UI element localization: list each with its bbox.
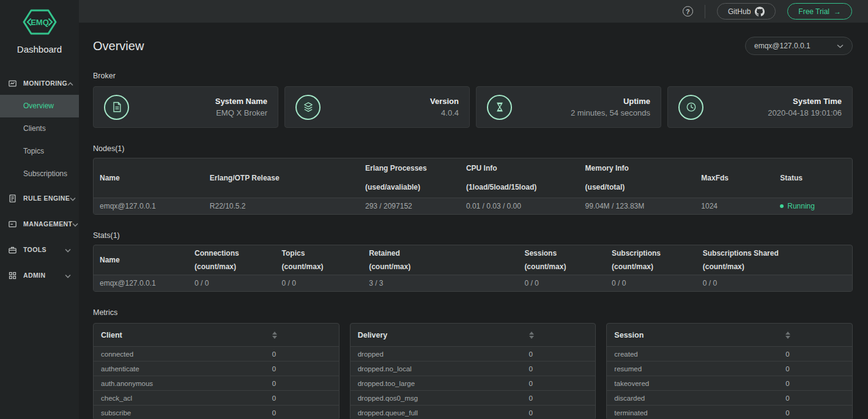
broker-card-system-name: System Name EMQ X Broker bbox=[93, 86, 278, 128]
app-root: EMQ Dashboard MONITORING Overview bbox=[0, 0, 868, 419]
metrics-client-header: Client bbox=[101, 331, 272, 339]
chevron-down-icon bbox=[65, 270, 71, 281]
metric-row: dropped.no_local0 bbox=[351, 361, 596, 376]
card-value: 4.0.4 bbox=[430, 107, 459, 119]
emq-logo-icon: EMQ bbox=[22, 8, 57, 36]
sidebar-group-tools[interactable]: TOOLS bbox=[0, 237, 79, 262]
help-icon[interactable]: ? bbox=[683, 6, 693, 17]
document-icon bbox=[104, 95, 129, 120]
metric-row: auth.anonymous0 bbox=[94, 376, 339, 390]
sidebar-group-label: ADMIN bbox=[23, 272, 65, 279]
main-content: Overview emqx@127.0.0.1 Broker bbox=[79, 23, 868, 419]
sort-icon[interactable] bbox=[529, 332, 534, 339]
sidebar-group-monitoring[interactable]: MONITORING bbox=[0, 72, 79, 95]
sidebar-group-management[interactable]: MANAGEMENT bbox=[0, 211, 79, 237]
free-trial-label: Free Trial bbox=[798, 7, 829, 16]
sidebar-item-clients[interactable]: Clients bbox=[0, 117, 79, 140]
svg-text:EMQ: EMQ bbox=[31, 18, 49, 27]
chevron-down-icon bbox=[837, 44, 844, 48]
sidebar-monitoring-items: Overview Clients Topics Subscriptions bbox=[0, 95, 79, 185]
nodes-col-memory: Memory Info(used/total) bbox=[579, 158, 696, 198]
nodes-table: Name Erlang/OTP Release Erlang Processes… bbox=[93, 158, 853, 215]
nodes-col-otp: Erlang/OTP Release bbox=[204, 158, 359, 198]
sidebar-item-subscriptions[interactable]: Subscriptions bbox=[0, 163, 79, 185]
broker-cards: System Name EMQ X Broker Version bbox=[93, 86, 853, 128]
card-title: Uptime bbox=[571, 96, 650, 107]
chevron-down-icon bbox=[72, 218, 78, 229]
node-select-value: emqx@127.0.0.1 bbox=[754, 42, 837, 50]
metric-row: created0 bbox=[607, 346, 852, 361]
stats-col-subscriptions: Subscriptions(count/max) bbox=[606, 245, 697, 275]
sidebar-group-rule-engine[interactable]: RULE ENGINE bbox=[0, 185, 79, 211]
metric-row: check_acl0 bbox=[94, 390, 339, 405]
hourglass-icon bbox=[487, 95, 512, 120]
metric-row: authenticate0 bbox=[94, 361, 339, 376]
page-title: Overview bbox=[93, 39, 144, 53]
nodes-section-label: Nodes(1) bbox=[93, 144, 853, 153]
sidebar: EMQ Dashboard MONITORING Overview bbox=[0, 0, 79, 419]
stats-table-row: emqx@127.0.0.1 0 / 0 0 / 0 3 / 3 0 / 0 0… bbox=[94, 275, 852, 291]
metric-row: dropped0 bbox=[351, 346, 596, 361]
sidebar-group-label: RULE ENGINE bbox=[23, 195, 70, 202]
topbar: ? GitHub Free Trial → bbox=[79, 0, 868, 23]
nodes-header-row: Name Erlang/OTP Release Erlang Processes… bbox=[94, 158, 852, 198]
clock-icon bbox=[678, 95, 703, 120]
sidebar-nav: MONITORING Overview Clients Topics Subsc… bbox=[0, 72, 79, 288]
grid-icon bbox=[8, 271, 17, 280]
metrics-tables: Client connected0 authenticate0 auth.ano… bbox=[93, 323, 853, 419]
stats-col-subscriptions-shared: Subscriptions Shared(count/max) bbox=[697, 245, 852, 275]
github-button[interactable]: GitHub bbox=[717, 3, 776, 20]
stats-topics-cell: 0 / 0 bbox=[276, 275, 363, 291]
broker-card-uptime: Uptime 2 minutes, 54 seconds bbox=[476, 86, 661, 128]
sidebar-item-overview[interactable]: Overview bbox=[0, 95, 79, 117]
node-cpu-cell: 0.01 / 0.03 / 0.00 bbox=[460, 198, 579, 214]
stats-table: Name Connections(count/max) Topics(count… bbox=[93, 245, 853, 292]
node-maxfds-cell: 1024 bbox=[695, 198, 774, 214]
nodes-col-status: Status bbox=[774, 158, 852, 198]
sidebar-item-topics[interactable]: Topics bbox=[0, 140, 79, 163]
metric-row: connected0 bbox=[94, 346, 339, 361]
stats-subscriptions-cell: 0 / 0 bbox=[606, 275, 697, 291]
stats-sessions-cell: 0 / 0 bbox=[518, 275, 606, 291]
card-value: EMQ X Broker bbox=[215, 107, 267, 119]
sort-icon[interactable] bbox=[272, 332, 277, 339]
stats-col-connections: Connections(count/max) bbox=[188, 245, 276, 275]
sidebar-group-label: MONITORING bbox=[23, 80, 67, 87]
stats-section-label: Stats(1) bbox=[93, 231, 853, 240]
document-lines-icon bbox=[8, 194, 17, 203]
metrics-session-header: Session bbox=[614, 331, 785, 339]
node-otp-cell: R22/10.5.2 bbox=[204, 198, 359, 214]
sort-icon[interactable] bbox=[785, 332, 790, 339]
card-title: Version bbox=[430, 96, 459, 107]
nodes-table-row: emqx@127.0.0.1 R22/10.5.2 293 / 2097152 … bbox=[94, 198, 852, 214]
node-status-cell: Running bbox=[774, 198, 852, 214]
chevron-down-icon bbox=[70, 193, 76, 204]
metrics-table-client: Client connected0 authenticate0 auth.ano… bbox=[93, 323, 339, 419]
topbar-divider bbox=[705, 5, 705, 18]
stats-header-row: Name Connections(count/max) Topics(count… bbox=[94, 245, 852, 275]
status-badge: Running bbox=[787, 202, 815, 210]
metric-row: terminated0 bbox=[607, 405, 852, 419]
stats-col-topics: Topics(count/max) bbox=[276, 245, 363, 275]
card-title: System Time bbox=[768, 96, 842, 107]
status-dot-icon bbox=[780, 204, 784, 208]
node-memory-cell: 99.04M / 123.83M bbox=[579, 198, 696, 214]
free-trial-button[interactable]: Free Trial → bbox=[787, 3, 852, 20]
node-select[interactable]: emqx@127.0.0.1 bbox=[745, 37, 853, 55]
sidebar-group-admin[interactable]: ADMIN bbox=[0, 262, 79, 288]
metric-row: resumed0 bbox=[607, 361, 852, 376]
broker-section-label: Broker bbox=[93, 72, 853, 80]
metrics-delivery-header: Delivery bbox=[358, 331, 529, 339]
brand-block: EMQ Dashboard bbox=[0, 0, 79, 54]
arrow-right-icon: → bbox=[834, 7, 841, 16]
card-title: System Name bbox=[215, 96, 267, 107]
node-processes-cell: 293 / 2097152 bbox=[359, 198, 460, 214]
nodes-col-cpu: CPU Info(1load/5load/15load) bbox=[460, 158, 579, 198]
panel-icon bbox=[8, 220, 17, 229]
sidebar-group-label: MANAGEMENT bbox=[23, 220, 72, 228]
metric-row: takeovered0 bbox=[607, 376, 852, 390]
nodes-col-processes: Erlang Processes(used/avaliable) bbox=[359, 158, 460, 198]
metric-row: discarded0 bbox=[607, 390, 852, 405]
stats-retained-cell: 3 / 3 bbox=[363, 275, 518, 291]
sidebar-group-label: TOOLS bbox=[23, 246, 65, 253]
